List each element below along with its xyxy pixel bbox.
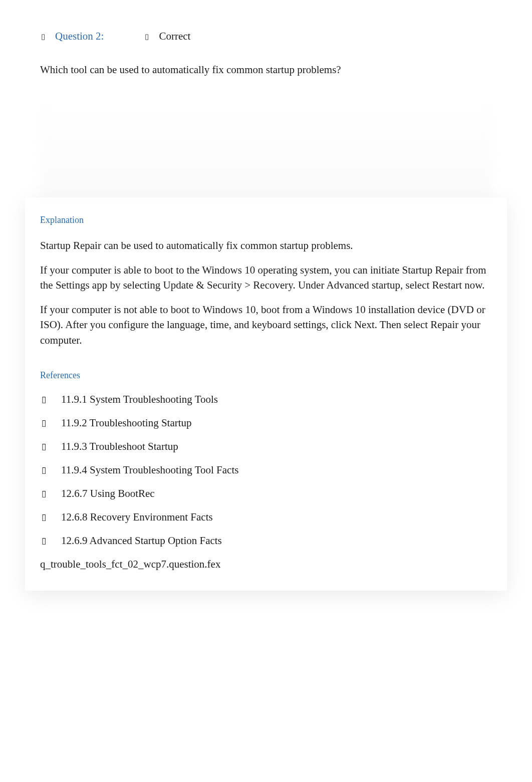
explanation-card: Explanation Startup Repair can be used t… bbox=[25, 197, 507, 591]
reference-link-text: 11.9.3 Troubleshoot Startup bbox=[61, 440, 178, 453]
reference-link-text: 12.6.9 Advanced Startup Option Facts bbox=[61, 535, 222, 547]
blurred-answer-area bbox=[40, 102, 492, 197]
reference-item[interactable]: ▯ 11.9.2 Troubleshooting Startup bbox=[40, 417, 492, 429]
reference-icon: ▯ bbox=[40, 465, 47, 475]
reference-item[interactable]: ▯ 11.9.4 System Troubleshooting Tool Fac… bbox=[40, 464, 492, 476]
status-text: Correct bbox=[159, 30, 190, 43]
reference-item[interactable]: ▯ 11.9.1 System Troubleshooting Tools bbox=[40, 393, 492, 406]
reference-icon: ▯ bbox=[40, 512, 47, 523]
question-header-section: ▯ Question 2: ▯ Correct Which tool can b… bbox=[0, 0, 532, 102]
reference-link-text: 11.9.1 System Troubleshooting Tools bbox=[61, 393, 218, 406]
reference-item[interactable]: ▯ 11.9.3 Troubleshoot Startup bbox=[40, 440, 492, 453]
reference-icon: ▯ bbox=[40, 536, 47, 546]
reference-link-text: 11.9.4 System Troubleshooting Tool Facts bbox=[61, 464, 238, 476]
reference-link-text: 11.9.2 Troubleshooting Startup bbox=[61, 417, 192, 429]
question-icon: ▯ bbox=[40, 32, 46, 41]
explanation-heading: Explanation bbox=[40, 215, 492, 225]
reference-item[interactable]: ▯ 12.6.7 Using BootRec bbox=[40, 487, 492, 500]
reference-icon: ▯ bbox=[40, 488, 47, 499]
question-label-group: ▯ Question 2: bbox=[40, 30, 104, 43]
reference-link-text: 12.6.7 Using BootRec bbox=[61, 487, 155, 500]
reference-icon: ▯ bbox=[40, 441, 47, 452]
reference-list: ▯ 11.9.1 System Troubleshooting Tools ▯ … bbox=[40, 393, 492, 547]
explanation-paragraph: If your computer is able to boot to the … bbox=[40, 263, 492, 293]
question-header-row: ▯ Question 2: ▯ Correct bbox=[40, 30, 492, 43]
reference-icon: ▯ bbox=[40, 418, 47, 428]
status-group: ▯ Correct bbox=[144, 30, 190, 43]
references-heading: References bbox=[40, 370, 492, 381]
explanation-paragraph: If your computer is not able to boot to … bbox=[40, 302, 492, 348]
reference-item[interactable]: ▯ 12.6.8 Recovery Environment Facts bbox=[40, 511, 492, 524]
status-icon: ▯ bbox=[144, 32, 150, 41]
reference-icon: ▯ bbox=[40, 394, 47, 405]
question-number-label: Question 2: bbox=[55, 30, 104, 43]
explanation-paragraph: Startup Repair can be used to automatica… bbox=[40, 238, 492, 253]
question-text: Which tool can be used to automatically … bbox=[40, 63, 492, 77]
references-section: References ▯ 11.9.1 System Troubleshooti… bbox=[40, 370, 492, 571]
question-file-name: q_trouble_tools_fct_02_wcp7.question.fex bbox=[40, 558, 492, 571]
reference-link-text: 12.6.8 Recovery Environment Facts bbox=[61, 511, 213, 524]
reference-item[interactable]: ▯ 12.6.9 Advanced Startup Option Facts bbox=[40, 535, 492, 547]
